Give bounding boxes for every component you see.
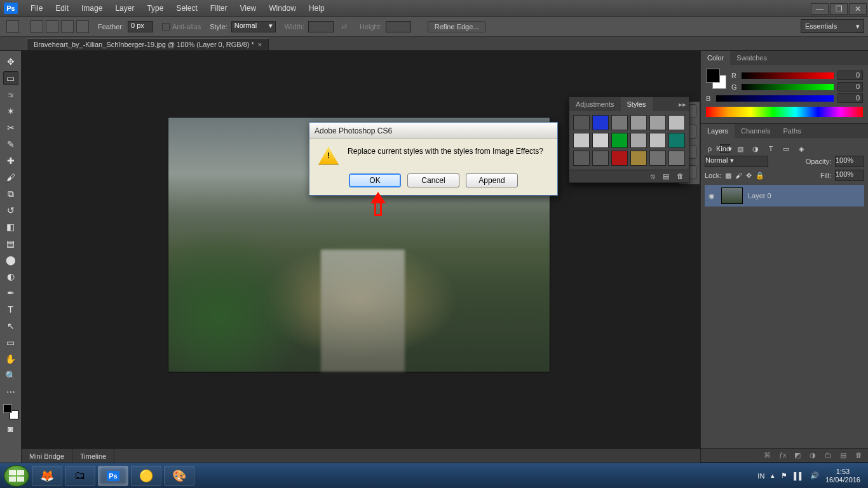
menu-edit[interactable]: Edit [49, 0, 75, 17]
zoom-tool-icon[interactable]: 🔍 [3, 369, 18, 383]
style-swatch[interactable] [649, 115, 666, 130]
gradient-tool-icon[interactable]: ▤ [3, 236, 18, 250]
style-swatch[interactable] [668, 133, 685, 148]
tray-lang[interactable]: IN [757, 472, 764, 480]
spectrum-ramp[interactable] [706, 107, 863, 117]
window-minimize[interactable]: ― [811, 3, 829, 15]
append-button[interactable]: Append [466, 173, 518, 187]
tray-network-icon[interactable]: ▌▌ [794, 472, 804, 480]
marquee-tool-icon[interactable]: ▭ [3, 71, 18, 85]
edit-toolbar-icon[interactable]: ⋯ [3, 385, 18, 399]
tab-channels[interactable]: Channels [735, 124, 776, 138]
tray-chevron-up-icon[interactable]: ▴ [771, 471, 775, 480]
tray-clock[interactable]: 1:5316/04/2016 [825, 468, 860, 484]
style-swatch[interactable] [630, 115, 647, 130]
window-restore[interactable]: ❐ [830, 3, 848, 15]
tab-timeline[interactable]: Timeline [72, 449, 114, 463]
tray-volume-icon[interactable]: 🔊 [810, 471, 819, 480]
filtershp-icon[interactable]: ▭ [781, 144, 791, 153]
lasso-tool-icon[interactable]: ⟉ [3, 88, 18, 102]
shape-tool-icon[interactable]: ▭ [3, 336, 18, 349]
taskbar-paint-icon[interactable]: 🎨 [164, 466, 194, 486]
taskbar-explorer-icon[interactable]: 🗂 [65, 466, 95, 486]
filterimg-icon[interactable]: ▧ [735, 144, 745, 153]
menu-view[interactable]: View [233, 0, 262, 17]
style-swatch[interactable] [611, 151, 628, 166]
eyedropper-tool-icon[interactable]: ✎ [3, 137, 18, 151]
r-value[interactable]: 0 [837, 71, 863, 80]
menu-image[interactable]: Image [75, 0, 109, 17]
menu-window[interactable]: Window [262, 0, 302, 17]
crop-tool-icon[interactable]: ✂ [3, 121, 18, 135]
refine-edge-button[interactable]: Refine Edge... [428, 21, 486, 32]
selmode-add-icon[interactable] [46, 20, 58, 33]
menu-filter[interactable]: Filter [204, 0, 234, 17]
adjustment-layer-icon[interactable]: ◑ [810, 451, 818, 459]
cancel-button[interactable]: Cancel [407, 173, 459, 187]
eraser-tool-icon[interactable]: ◧ [3, 220, 18, 234]
g-value[interactable]: 0 [837, 82, 863, 92]
quickmask-icon[interactable]: ◙ [3, 422, 18, 436]
healing-tool-icon[interactable]: ✚ [3, 154, 18, 168]
style-swatch[interactable] [630, 133, 647, 148]
style-swatch[interactable] [649, 151, 666, 166]
style-swatch[interactable] [573, 115, 590, 130]
style-swatch[interactable] [592, 115, 609, 130]
start-button[interactable] [4, 465, 29, 487]
layer-fx-icon[interactable]: ƒx [779, 451, 788, 459]
tray-flag-icon[interactable]: ⚑ [781, 471, 787, 480]
selmode-new-icon[interactable] [31, 20, 43, 33]
option-marquee-icon[interactable] [6, 20, 19, 33]
tab-layers[interactable]: Layers [701, 124, 735, 138]
style-delete-icon[interactable]: 🗑 [677, 172, 684, 180]
panel-collapse-icon[interactable]: ▸▸ [676, 100, 689, 109]
hand-tool-icon[interactable]: ✋ [3, 352, 18, 366]
style-new-icon[interactable]: ▤ [663, 172, 669, 180]
history-brush-tool-icon[interactable]: ↺ [3, 203, 18, 217]
style-swatch[interactable] [668, 151, 685, 166]
style-swatch[interactable] [592, 133, 609, 148]
style-swatch[interactable] [573, 133, 590, 148]
color-chips[interactable] [706, 69, 726, 89]
opacity-input[interactable]: 100% [835, 156, 864, 167]
style-swatch[interactable] [592, 151, 609, 166]
style-swatch[interactable] [668, 115, 685, 130]
dodge-tool-icon[interactable]: ◐ [3, 269, 18, 283]
tab-minibridge[interactable]: Mini Bridge [22, 449, 72, 463]
menu-help[interactable]: Help [302, 0, 331, 17]
group-icon[interactable]: 🗀 [825, 451, 834, 459]
menu-type[interactable]: Type [140, 0, 170, 17]
path-select-tool-icon[interactable]: ↖ [3, 319, 18, 333]
selmode-intersect-icon[interactable] [76, 20, 89, 33]
filteradj-icon[interactable]: ◑ [750, 144, 761, 153]
tab-color[interactable]: Color [701, 51, 730, 65]
taskbar-chrome-icon[interactable]: 🟡 [131, 466, 161, 486]
style-swatch[interactable] [573, 151, 590, 166]
style-nostyle-icon[interactable]: ⦸ [651, 172, 655, 180]
close-tab-icon[interactable]: × [258, 41, 262, 48]
taskbar-photoshop-icon[interactable]: Ps [98, 466, 128, 486]
blend-select[interactable]: Normal ▾ [705, 156, 768, 167]
workspace-switcher[interactable]: Essentials▾ [801, 19, 864, 33]
style-swatch[interactable] [611, 133, 628, 148]
new-layer-icon[interactable]: ▤ [840, 451, 849, 459]
fg-bg-colors[interactable] [3, 404, 18, 419]
tab-styles[interactable]: Styles [621, 97, 653, 111]
quickselect-tool-icon[interactable]: ✶ [3, 104, 18, 118]
pen-tool-icon[interactable]: ✒ [3, 286, 18, 300]
type-tool-icon[interactable]: T [3, 302, 18, 316]
clonestamp-tool-icon[interactable]: ⧉ [3, 187, 18, 201]
lock-transpix-icon[interactable]: ▩ [725, 172, 731, 180]
b-slider[interactable] [716, 95, 834, 102]
tab-paths[interactable]: Paths [777, 124, 808, 138]
document-tab[interactable]: Braveheart_by_-Kilian_Schînberger-19.jpg… [27, 38, 269, 50]
delete-layer-icon[interactable]: 🗑 [855, 451, 864, 459]
style-swatch[interactable] [611, 115, 628, 130]
filtersmart-icon[interactable]: ◈ [796, 144, 806, 153]
layer-row[interactable]: ◉ Layer 0 [705, 185, 864, 207]
style-select[interactable]: Normal▾ [231, 21, 276, 32]
tab-swatches[interactable]: Swatches [730, 51, 773, 65]
b-value[interactable]: 0 [837, 93, 863, 103]
style-swatch[interactable] [649, 133, 666, 148]
menu-layer[interactable]: Layer [109, 0, 140, 17]
